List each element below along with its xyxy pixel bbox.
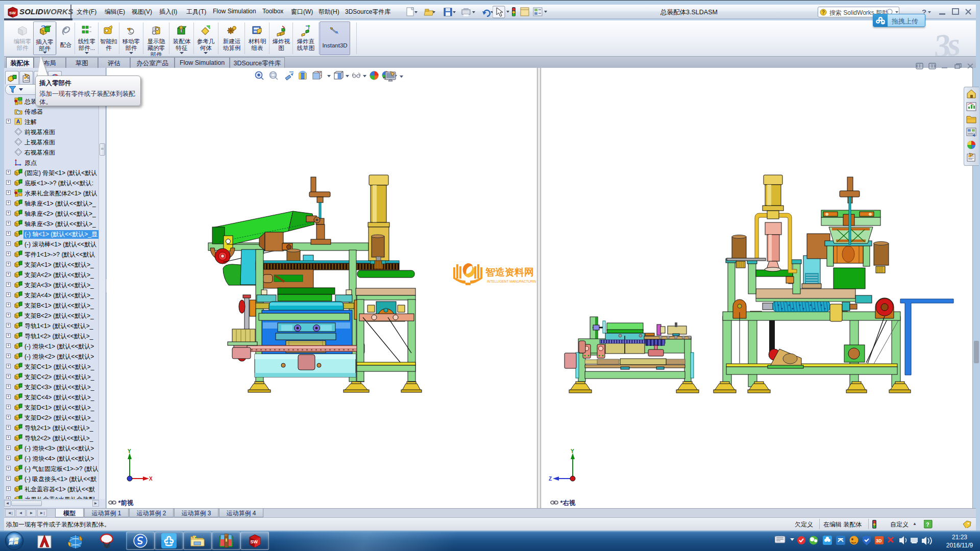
svg-text:INTELLIGENT MANUFACTURING DATA: INTELLIGENT MANUFACTURING DATA xyxy=(487,280,536,283)
svg-text:?: ? xyxy=(926,521,929,528)
svg-text:SW: SW xyxy=(251,539,258,544)
svg-text:3D: 3D xyxy=(876,538,882,543)
svg-text:SW: SW xyxy=(9,11,16,15)
svg-text:X: X xyxy=(149,476,153,482)
svg-text:Z: Z xyxy=(549,476,552,482)
svg-text:A: A xyxy=(16,118,20,124)
svg-text:Y: Y xyxy=(571,449,574,454)
svg-text:智造资料网: 智造资料网 xyxy=(485,267,534,278)
svg-text:?: ? xyxy=(822,10,825,15)
svg-text:Y: Y xyxy=(128,449,131,454)
